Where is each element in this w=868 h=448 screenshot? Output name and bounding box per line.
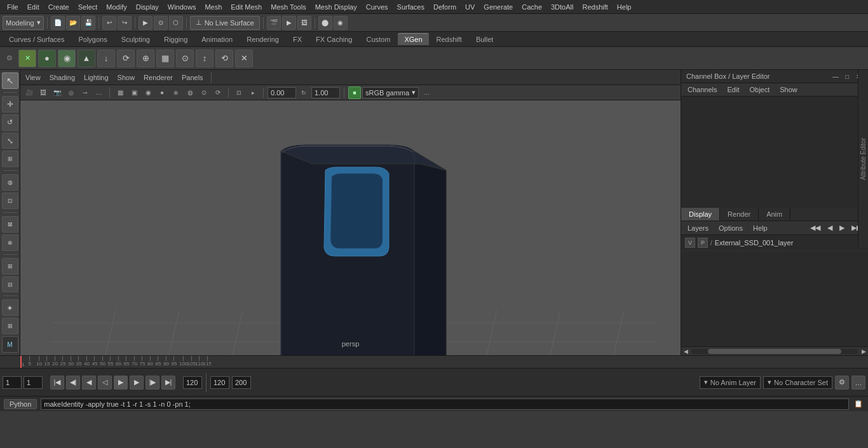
transform-tool-btn[interactable]: ⊞ (2, 151, 18, 167)
cb-menu-object[interactable]: Object (747, 85, 772, 95)
scroll-track[interactable] (691, 349, 858, 354)
vp-icon-snap[interactable]: ◎ (65, 86, 78, 99)
layer-row[interactable]: V P / External_SSD_001_layer (681, 235, 868, 251)
layers-menu-help[interactable]: Help (750, 223, 770, 233)
move-tool-btn[interactable]: ✛ (2, 96, 18, 112)
status-icon-script[interactable]: 📋 (853, 398, 864, 410)
vp-icon-cam2[interactable]: 📷 (51, 86, 64, 99)
shelf-xgen-icon3[interactable]: ◉ (58, 50, 76, 67)
vp-icon-more[interactable]: … (93, 86, 105, 99)
select-tool-btn[interactable]: ↖ (2, 72, 18, 89)
attribute-editor-strip[interactable]: Attribute Editor (858, 70, 868, 248)
tab-curves-surfaces[interactable]: Curves / Surfaces (3, 34, 71, 45)
tab-anim[interactable]: Anim (759, 208, 790, 221)
scale-tool-btn[interactable]: ⤡ (2, 133, 18, 149)
vp-icon-wireframe[interactable]: ▣ (128, 86, 140, 99)
vp-menu-renderer[interactable]: Renderer (141, 72, 175, 83)
tool-btn-15[interactable]: ⊞ (2, 318, 18, 334)
menu-deform[interactable]: Deform (429, 2, 461, 12)
menu-select[interactable]: Select (74, 2, 102, 12)
anim-end-field[interactable]: 120 (210, 376, 229, 389)
vp-menu-lighting[interactable]: Lighting (81, 72, 111, 83)
vp-value-a[interactable]: 0.00 (268, 87, 296, 98)
vp-value-b[interactable]: 1.00 (311, 87, 340, 98)
menu-uv[interactable]: UV (461, 2, 479, 12)
next-frame-btn[interactable]: ▶ (130, 376, 144, 390)
vp-icon-extra2[interactable]: ▸ (247, 86, 259, 99)
open-file-btn[interactable]: 📂 (66, 16, 80, 30)
attr-editor-label[interactable]: Attribute Editor (860, 138, 867, 180)
circle-btn[interactable]: ⬤ (318, 16, 332, 30)
layers-nav-prev[interactable]: ◀ (825, 222, 835, 233)
vp-color-profile[interactable]: sRGB gamma ▾ (362, 87, 419, 98)
shelf-xgen-icon1[interactable]: ✕ (18, 50, 36, 67)
vp-icon-mode[interactable]: ⊕ (170, 86, 182, 99)
shelf-xgen-icon7[interactable]: ⊕ (137, 50, 154, 67)
menu-mesh[interactable]: Mesh (200, 2, 226, 12)
snap-btn[interactable]: ⊠ (2, 216, 18, 233)
menu-help[interactable]: Help (613, 2, 636, 12)
menu-cache[interactable]: Cache (517, 2, 546, 12)
select-btn[interactable]: ▶ (139, 16, 153, 30)
tool-btn-9[interactable]: ⊡ (2, 193, 18, 209)
new-file-btn[interactable]: 📄 (51, 16, 65, 30)
tool-btn-13[interactable]: ⊟ (2, 276, 18, 293)
python-mode-btn[interactable]: Python (4, 399, 37, 409)
menu-surfaces[interactable]: Surfaces (393, 2, 429, 12)
end-frame-field[interactable]: 120 (183, 376, 202, 389)
vp-icon-track[interactable]: ⊸ (79, 86, 92, 99)
max-frame-field[interactable]: 200 (232, 376, 251, 389)
cb-menu-edit[interactable]: Edit (724, 85, 742, 95)
start-frame-field[interactable]: 1 (24, 376, 43, 389)
vp-icon-rotx[interactable]: ↻ (297, 86, 310, 99)
shelf-settings-btn[interactable]: ⚙ (3, 50, 17, 67)
command-input[interactable] (41, 398, 849, 410)
anim-settings-btn[interactable]: ⚙ (835, 376, 849, 390)
cb-expand-btn[interactable]: □ (843, 72, 851, 81)
tool-btn-14[interactable]: ◈ (2, 299, 18, 316)
menu-display[interactable]: Display (132, 2, 163, 12)
shelf-xgen-icon4[interactable]: ▲ (78, 50, 95, 67)
play-back-btn[interactable]: ◁ (98, 376, 112, 390)
shelf-xgen-icon12[interactable]: ✕ (235, 50, 253, 67)
tab-redshift[interactable]: Redshift (430, 34, 468, 45)
paint-btn[interactable]: ⬡ (169, 16, 183, 30)
tab-polygons[interactable]: Polygons (72, 34, 113, 45)
tab-sculpting[interactable]: Sculpting (115, 34, 156, 45)
vp-menu-view[interactable]: View (23, 72, 43, 83)
vp-icon-xray[interactable]: ◍ (184, 86, 196, 99)
tab-render[interactable]: Render (720, 208, 759, 221)
cb-menu-show[interactable]: Show (777, 85, 800, 95)
layers-scrollbar[interactable]: ◀ ▶ (681, 346, 868, 355)
tab-animation[interactable]: Animation (195, 34, 239, 45)
shelf-xgen-icon10[interactable]: ↕ (196, 50, 214, 67)
timeline-ruler[interactable]: 1 51015202530354045505560657075808590951… (20, 356, 211, 368)
save-file-btn[interactable]: 💾 (81, 16, 95, 30)
shelf-xgen-icon2[interactable]: ● (38, 50, 56, 67)
tool-btn-11[interactable]: ⊕ (2, 234, 18, 251)
vp-menu-show[interactable]: Show (115, 72, 138, 83)
layer-v-btn[interactable]: V (685, 238, 695, 248)
shelf-xgen-icon8[interactable]: ▦ (156, 50, 174, 67)
menu-generate[interactable]: Generate (479, 2, 517, 12)
menu-curves[interactable]: Curves (362, 2, 393, 12)
anim-layer-dropdown[interactable]: ▾ No Anim Layer (700, 376, 761, 389)
menu-modify[interactable]: Modify (102, 2, 131, 12)
render-view-btn[interactable]: 🖼 (297, 16, 311, 30)
tab-rigging[interactable]: Rigging (158, 34, 194, 45)
vp-icon-smooth2[interactable]: ● (156, 86, 168, 99)
vp-menu-shading[interactable]: Shading (47, 72, 78, 83)
rotate-tool-btn[interactable]: ↺ (2, 114, 18, 131)
render-btn[interactable]: 🎬 (267, 16, 281, 30)
vp-icon-refresh[interactable]: ⟳ (212, 86, 224, 99)
menu-mesh-tools[interactable]: Mesh Tools (266, 2, 310, 12)
anim-extra-btn[interactable]: … (851, 376, 865, 390)
vp-icon-render[interactable]: ⊙ (198, 86, 210, 99)
menu-3dtaall[interactable]: 3DtoAll (546, 2, 578, 12)
prev-frame-btn[interactable]: ◀ (82, 376, 96, 390)
step-fwd-key-btn[interactable]: |▶ (146, 376, 159, 390)
shelf-xgen-icon5[interactable]: ↓ (97, 50, 115, 67)
vp-icon-last[interactable]: … (420, 86, 433, 99)
live-surface-btn[interactable]: ⊥ No Live Surface (190, 16, 260, 30)
vp-icon-extra1[interactable]: ⊡ (233, 86, 245, 99)
